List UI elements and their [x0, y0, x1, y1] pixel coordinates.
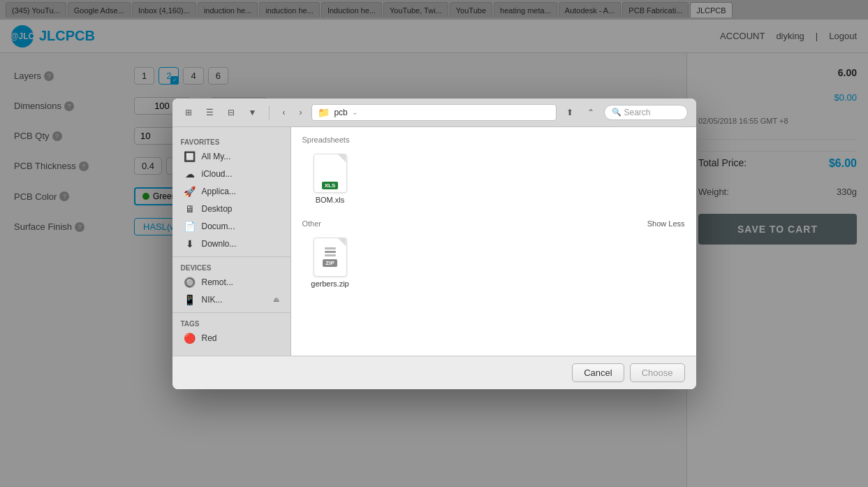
desktop-icon: 🖥	[184, 203, 196, 215]
other-title: Other	[302, 219, 322, 228]
red-tag-icon: 🔴	[184, 333, 196, 344]
show-less-btn[interactable]: Show Less	[647, 219, 685, 228]
dialog-toolbar: ⊞ ☰ ⊟ ▼ ‹ › 📁 pcb ⌄ ⬆ ⌃ 🔍 Search	[172, 99, 696, 127]
sidebar-item-desktop-label: Desktop	[202, 204, 233, 214]
applications-icon: 🚀	[184, 186, 196, 197]
view-toggle-list-btn[interactable]: ☰	[202, 106, 218, 119]
sidebar-item-icloud[interactable]: ☁ iCloud...	[175, 166, 288, 182]
search-field: 🔍 Search	[604, 105, 688, 120]
bom-xls-icon: XLS	[314, 154, 347, 193]
sidebar-item-applications[interactable]: 🚀 Applica...	[175, 183, 288, 200]
choose-button[interactable]: Choose	[630, 363, 685, 382]
icloud-icon: ☁	[184, 168, 196, 180]
search-icon: 🔍	[612, 108, 621, 117]
bom-xls-file[interactable]: XLS BOM.xls	[302, 150, 358, 208]
sidebar-item-nik[interactable]: 📱 NIK... ⏏	[175, 291, 288, 308]
sidebar-item-red-tag-label: Red	[202, 333, 217, 343]
other-section-header: Other Show Less	[302, 219, 685, 228]
forward-btn[interactable]: ›	[295, 106, 306, 119]
zip-line-3	[325, 254, 336, 256]
xls-badge: XLS	[322, 182, 339, 189]
location-bar: 📁 pcb ⌄	[311, 104, 556, 121]
tags-title: Tags	[172, 317, 290, 329]
spreadsheets-grid: XLS BOM.xls	[302, 150, 685, 208]
dialog-footer: Cancel Choose	[172, 356, 696, 389]
zip-badge: ZIP	[323, 259, 337, 267]
sidebar-item-documents-label: Docum...	[202, 221, 235, 231]
sidebar-item-all-my[interactable]: 🔲 All My...	[175, 148, 288, 165]
sidebar-item-remote[interactable]: 🔘 Remot...	[175, 274, 288, 291]
sidebar-item-all-my-label: All My...	[202, 152, 231, 161]
documents-icon: 📄	[184, 221, 196, 232]
gerbers-zip-file[interactable]: ZIP gerbers.zip	[302, 233, 358, 292]
sidebar-item-desktop[interactable]: 🖥 Desktop	[175, 201, 288, 217]
toolbar-divider-1	[269, 106, 270, 119]
zip-lines	[325, 247, 336, 256]
view-toggle-grid-btn[interactable]: ⊞	[181, 106, 196, 119]
back-btn[interactable]: ‹	[278, 106, 289, 119]
sidebar-divider-1	[172, 256, 290, 257]
share-btn[interactable]: ⬆	[562, 106, 578, 119]
files-pane: Spreadsheets XLS BOM.xls Other Show Less	[291, 127, 696, 356]
view-options-btn[interactable]: ▼	[244, 106, 261, 119]
zip-line-1	[325, 247, 336, 249]
sidebar-pane: Favorites 🔲 All My... ☁ iCloud... 🚀 Appl…	[172, 127, 291, 356]
location-folder-icon: 📁	[318, 107, 330, 118]
bom-xls-name: BOM.xls	[316, 196, 345, 204]
gerbers-zip-name: gerbers.zip	[311, 279, 348, 288]
sidebar-divider-2	[172, 312, 290, 313]
spreadsheets-title: Spreadsheets	[302, 136, 685, 144]
sidebar-item-remote-label: Remot...	[202, 277, 233, 287]
sidebar-item-icloud-label: iCloud...	[202, 169, 233, 179]
view-toggle-columns-btn[interactable]: ⊟	[223, 106, 239, 119]
file-dialog-overlay: ⊞ ☰ ⊟ ▼ ‹ › 📁 pcb ⌄ ⬆ ⌃ 🔍 Search Favorit…	[0, 0, 868, 487]
sidebar-item-documents[interactable]: 📄 Docum...	[175, 218, 288, 235]
dialog-body: Favorites 🔲 All My... ☁ iCloud... 🚀 Appl…	[172, 127, 696, 356]
sidebar-item-downloads[interactable]: ⬇ Downlo...	[175, 235, 288, 252]
other-files-grid: ZIP gerbers.zip	[302, 233, 685, 292]
cancel-button[interactable]: Cancel	[572, 363, 624, 382]
nik-eject-icon[interactable]: ⏏	[273, 296, 279, 303]
all-my-icon: 🔲	[184, 151, 196, 162]
zip-line-2	[325, 251, 336, 253]
favorites-title: Favorites	[172, 136, 290, 147]
location-chevron: ⌄	[352, 108, 358, 116]
devices-title: Devices	[172, 261, 290, 273]
search-placeholder: Search	[624, 108, 651, 117]
nik-icon: 📱	[184, 294, 196, 305]
action-btn[interactable]: ⌃	[583, 106, 598, 119]
sidebar-item-red-tag[interactable]: 🔴 Red	[175, 330, 288, 347]
sidebar-item-downloads-label: Downlo...	[202, 239, 237, 249]
sidebar-item-nik-label: NIK...	[202, 295, 223, 305]
gerbers-zip-icon: ZIP	[314, 238, 347, 277]
remote-icon: 🔘	[184, 277, 196, 288]
location-text: pcb	[334, 108, 347, 117]
downloads-icon: ⬇	[184, 238, 196, 249]
file-dialog: ⊞ ☰ ⊟ ▼ ‹ › 📁 pcb ⌄ ⬆ ⌃ 🔍 Search Favorit…	[172, 99, 696, 389]
sidebar-item-applications-label: Applica...	[202, 187, 236, 196]
